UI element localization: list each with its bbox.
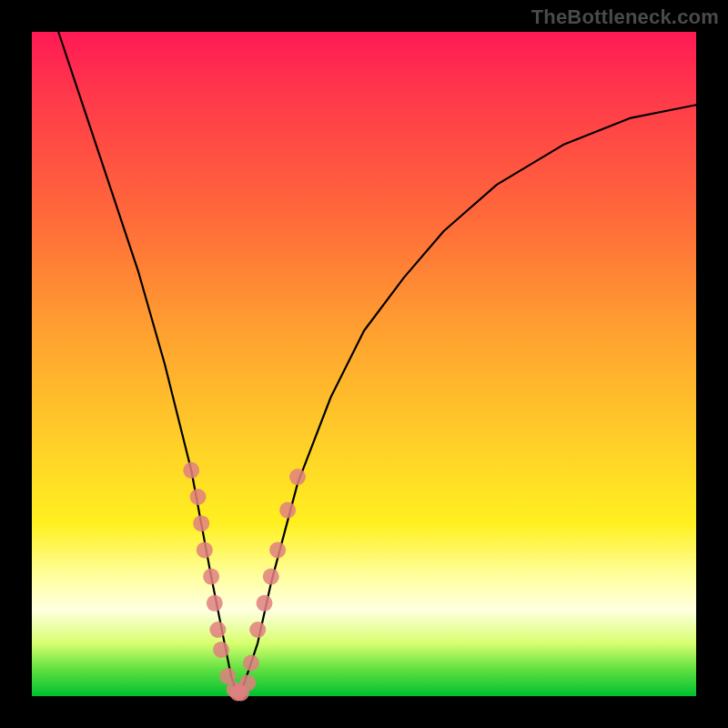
svg-point-7 xyxy=(213,642,229,658)
svg-point-3 xyxy=(197,541,213,558)
svg-point-16 xyxy=(263,569,279,585)
svg-point-1 xyxy=(190,489,207,505)
svg-point-19 xyxy=(289,469,306,485)
bottleneck-curve xyxy=(58,32,696,696)
svg-point-13 xyxy=(243,655,259,672)
svg-point-5 xyxy=(207,595,223,612)
svg-point-2 xyxy=(193,515,209,531)
chart-frame: TheBottleneck.com xyxy=(0,0,728,728)
watermark-text: TheBottleneck.com xyxy=(531,5,719,29)
svg-point-12 xyxy=(239,674,256,691)
svg-point-6 xyxy=(209,622,226,638)
svg-point-15 xyxy=(257,595,273,612)
svg-point-0 xyxy=(183,462,199,479)
chart-overlay xyxy=(0,0,728,728)
highlighted-points xyxy=(183,462,306,702)
svg-point-17 xyxy=(269,541,286,558)
svg-point-14 xyxy=(249,622,266,638)
svg-point-4 xyxy=(203,569,219,585)
svg-point-18 xyxy=(279,502,296,519)
